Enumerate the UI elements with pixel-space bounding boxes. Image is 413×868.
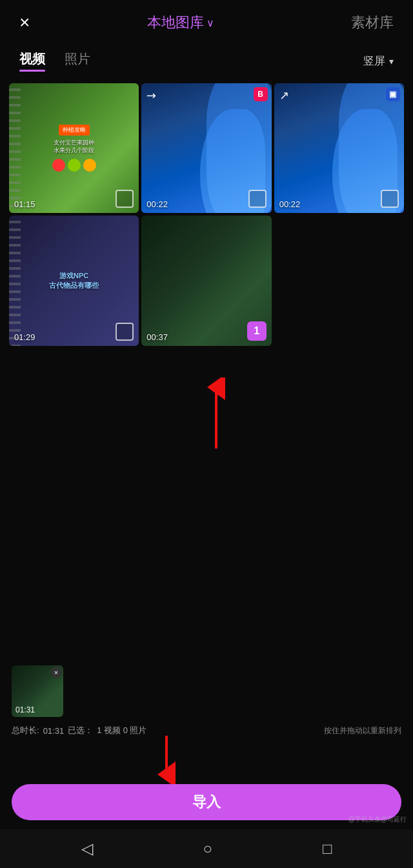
duration-badge-3: 00:22: [279, 199, 301, 209]
select-checkbox-4[interactable]: [116, 323, 134, 341]
library-chevron-icon: ∨: [206, 17, 214, 29]
duration-badge-5: 00:37: [146, 332, 168, 342]
reorder-hint: 按住并拖动以重新排列: [324, 725, 401, 736]
bottom-panel: × 01:31 总时长: 01:31 已选： 1 视频 0 照片 按住并拖动以重…: [0, 656, 413, 829]
recent-nav-button[interactable]: □: [323, 840, 332, 858]
select-checkbox-3[interactable]: [381, 190, 399, 208]
back-nav-button[interactable]: ◁: [81, 840, 93, 858]
orientation-chevron-icon: ▾: [389, 56, 394, 66]
red-arrow-up: [190, 378, 242, 458]
video-item-2[interactable]: B ↗ 00:22: [141, 83, 271, 213]
orientation-label: 竖屏: [363, 54, 385, 68]
fruit-1: [52, 159, 65, 172]
watermark: @手机头条@司延行: [348, 815, 407, 824]
duration-badge-4: 01:29: [14, 332, 35, 342]
video-item-1[interactable]: 种植攻略 支付宝芒果园种水果分几个阶段 01:15: [9, 83, 139, 213]
clip-thumbnail-1: × 01:31: [12, 665, 63, 717]
selected-clips-row: × 01:31: [12, 665, 401, 717]
material-library-title[interactable]: 素材库: [351, 13, 394, 32]
fruits-row: [52, 159, 96, 172]
video-item-4[interactable]: 游戏NPC古代物品有哪些 01:29: [9, 216, 139, 345]
status-row: 总时长: 01:31 已选： 1 视频 0 照片 按住并拖动以重新排列: [12, 725, 401, 736]
video-item-5[interactable]: 00:37 1: [141, 216, 271, 345]
video-item-3[interactable]: ▣ ↗ 00:22: [274, 83, 404, 213]
library-switcher[interactable]: 本地图库 ∨: [147, 13, 214, 32]
total-duration-label: 总时长:: [12, 725, 39, 736]
thumb-2-logo: B: [254, 87, 268, 101]
tabs-row: 视频 照片 竖屏 ▾: [0, 39, 413, 72]
orientation-selector[interactable]: 竖屏 ▾: [363, 54, 394, 68]
expand-icon-3: ↗: [279, 88, 289, 103]
bottom-navigation: ◁ ○ □: [0, 829, 413, 868]
duration-badge-2: 00:22: [146, 199, 168, 209]
thumb-3-logo: ▣: [386, 87, 400, 101]
clip-remove-button[interactable]: ×: [50, 667, 62, 678]
thumb-1-title: 种植攻略: [59, 125, 90, 136]
home-nav-button[interactable]: ○: [203, 840, 213, 858]
red-arrow-down: [141, 732, 192, 784]
tab-photo[interactable]: 照片: [65, 50, 90, 72]
select-checkbox-2[interactable]: [248, 190, 267, 208]
media-tabs: 视频 照片: [19, 50, 90, 72]
status-left: 总时长: 01:31 已选： 1 视频 0 照片: [12, 725, 146, 736]
selected-count: 1 视频 0 照片: [97, 725, 146, 736]
total-duration-value: 01:31: [43, 726, 65, 736]
thumb-4-title: 游戏NPC古代物品有哪些: [49, 271, 99, 291]
tab-video[interactable]: 视频: [19, 50, 45, 72]
import-button[interactable]: 导入: [12, 784, 401, 820]
video-grid: 种植攻略 支付宝芒果园种水果分几个阶段 01:15 B ↗ 00:22 ▣ ↗: [0, 72, 413, 346]
selected-label: 已选：: [68, 725, 93, 736]
app-header: × 本地图库 ∨ 素材库: [0, 0, 413, 39]
fruit-2: [68, 159, 81, 172]
close-button[interactable]: ×: [19, 14, 30, 32]
arrow-down-container: [12, 745, 401, 784]
selected-badge-5: 1: [247, 321, 267, 341]
thumb-1-subtitle: 支付宝芒果园种水果分几个阶段: [54, 139, 94, 154]
fruit-3: [83, 159, 96, 172]
local-library-title: 本地图库: [147, 13, 204, 32]
duration-badge-1: 01:15: [14, 199, 35, 209]
select-checkbox-1[interactable]: [116, 190, 134, 208]
clip-thumb-duration: 01:31: [15, 705, 35, 714]
